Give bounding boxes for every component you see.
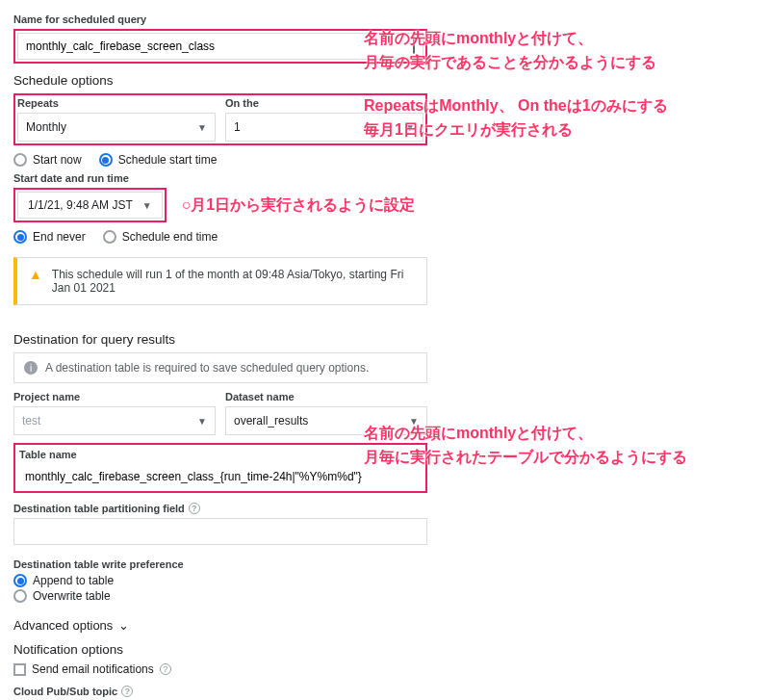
on-the-value: 1: [234, 120, 241, 134]
dataset-name-label: Dataset name: [225, 391, 427, 402]
overwrite-label: Overwrite table: [33, 589, 111, 603]
help-icon[interactable]: ?: [121, 686, 133, 697]
start-date-label: Start date and run time: [13, 172, 427, 184]
info-icon: i: [24, 361, 38, 375]
help-icon[interactable]: ?: [160, 663, 171, 675]
start-date-button[interactable]: 1/1/21, 9:48 AM JST ▼: [17, 192, 163, 219]
destination-title: Destination for query results: [13, 332, 427, 347]
project-name-label: Project name: [13, 391, 216, 402]
end-never-label: End never: [33, 230, 86, 244]
repeats-value: Monthly: [26, 120, 66, 134]
send-email-checkbox[interactable]: Send email notifications ?: [13, 662, 427, 676]
send-email-label: Send email notifications: [32, 662, 154, 676]
project-name-value: test: [22, 414, 40, 428]
warning-icon: ▲: [29, 268, 42, 295]
chevron-down-icon: ▼: [197, 416, 207, 427]
schedule-info-text: This schedule will run 1 of the month at…: [52, 268, 415, 295]
repeats-label: Repeats: [17, 97, 216, 109]
start-now-label: Start now: [33, 153, 82, 167]
schedule-options-title: Schedule options: [13, 73, 427, 88]
scheduled-query-name-input[interactable]: [18, 34, 405, 59]
partition-label: Destination table partitioning field ?: [13, 503, 427, 514]
notification-title: Notification options: [13, 642, 427, 657]
annotation-3: ○月1日から実行されるように設定: [182, 195, 416, 216]
destination-note: i A destination table is required to sav…: [13, 352, 427, 383]
write-pref-label: Destination table write preference: [13, 558, 427, 570]
overwrite-radio[interactable]: Overwrite table: [13, 589, 427, 603]
name-label: Name for scheduled query: [13, 13, 427, 25]
chevron-down-icon: ⌄: [118, 618, 129, 633]
advanced-options-toggle[interactable]: Advanced options ⌄: [13, 618, 427, 633]
schedule-start-radio[interactable]: Schedule start time: [99, 153, 218, 167]
repeats-select[interactable]: Monthly ▼: [17, 113, 216, 142]
schedule-start-label: Schedule start time: [118, 153, 218, 167]
annotation-4: 名前の先頭にmonthlyと付けて、 月毎に実行されたテーブルで分かるようにする: [364, 422, 687, 470]
chevron-down-icon: ▼: [142, 200, 152, 211]
pubsub-label: Cloud Pub/Sub topic ?: [13, 686, 427, 697]
annotation-2: RepeatsはMonthly、 On theは1のみにする 毎月1日にクエリが…: [364, 94, 668, 143]
end-never-radio[interactable]: End never: [13, 230, 86, 244]
chevron-down-icon: ▼: [197, 122, 207, 133]
partition-input[interactable]: [13, 518, 427, 545]
help-icon[interactable]: ?: [189, 503, 200, 514]
schedule-info-banner: ▲ This schedule will run 1 of the month …: [13, 257, 427, 305]
start-now-radio[interactable]: Start now: [13, 153, 82, 167]
schedule-end-label: Schedule end time: [122, 230, 218, 244]
dataset-name-value: overall_results: [234, 414, 308, 428]
destination-note-text: A destination table is required to save …: [45, 361, 369, 375]
project-name-select[interactable]: test ▼: [13, 406, 216, 435]
append-radio[interactable]: Append to table: [13, 574, 427, 587]
table-name-label: Table name: [17, 447, 424, 460]
annotation-1: 名前の先頭にmonthlyと付けて、 月毎の実行であることを分かるようにする: [364, 27, 656, 75]
advanced-label: Advanced options: [13, 618, 113, 633]
append-label: Append to table: [33, 574, 114, 587]
start-date-value: 1/1/21, 9:48 AM JST: [28, 198, 133, 212]
table-name-input[interactable]: [17, 464, 424, 489]
schedule-end-radio[interactable]: Schedule end time: [103, 230, 218, 244]
